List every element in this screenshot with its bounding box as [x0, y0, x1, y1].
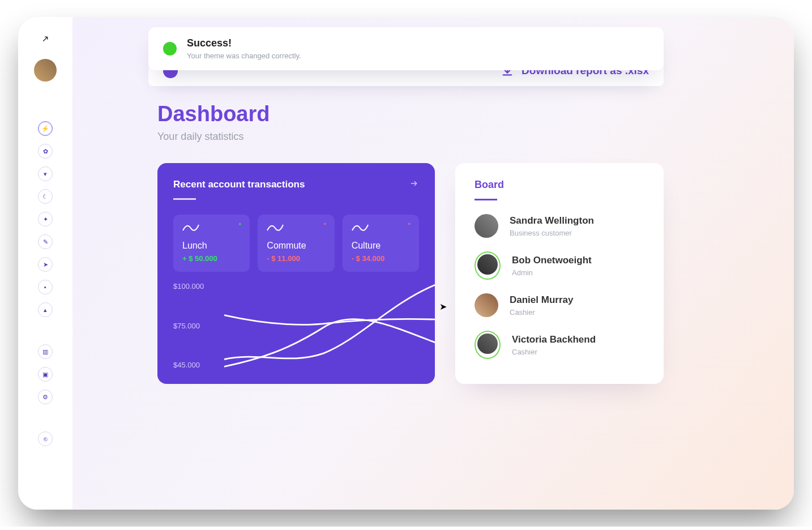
sidebar-item-send[interactable]: ➤	[38, 257, 53, 272]
main-content: Dashboard Your daily statistics Recent a…	[157, 102, 664, 384]
divider	[475, 199, 497, 200]
online-ring-icon	[475, 251, 501, 280]
person-role: Admin	[512, 268, 592, 277]
person-name: Victoria Backhend	[512, 334, 596, 345]
pulse-icon	[352, 223, 369, 233]
sidebar-item-bolt[interactable]: ⚡	[38, 121, 53, 136]
trend-down-icon: ˅	[323, 223, 327, 230]
mini-card-commute[interactable]: ˅ Commute - $ 11.000	[258, 215, 334, 272]
pulse-icon	[267, 223, 284, 233]
sidebar-item-star[interactable]: ✦	[38, 212, 53, 226]
sidebar-item-moon[interactable]: ☾	[38, 189, 53, 204]
board-people-list: Sandra Wellington Business customer Bob …	[475, 214, 644, 359]
person-role: Business customer	[510, 229, 594, 237]
divider	[173, 198, 196, 200]
page-subtitle: Your daily statistics	[157, 131, 664, 143]
person-name: Daniel Murray	[510, 294, 573, 306]
sidebar-item-drop[interactable]: ▾	[38, 166, 53, 181]
mini-label: Lunch	[182, 241, 241, 251]
person-row[interactable]: Bob Onetwoeight Admin	[475, 251, 644, 280]
transactions-mini-row: ˄ Lunch + $ 50.000 ˅ Commute - $ 11.000 …	[173, 215, 419, 272]
person-name: Sandra Wellington	[510, 215, 594, 226]
page-title: Dashboard	[157, 102, 664, 126]
sidebar-item-pen[interactable]: ✎	[38, 234, 53, 249]
sidebar-item-tag[interactable]: ▪	[38, 280, 53, 294]
app-frame: ⚡ ✿ ▾ ☾ ✦ ✎ ➤ ▪ ▴ ▥ ▣ ⚙ ⎋ Download repor…	[18, 17, 794, 510]
avatar	[477, 334, 498, 354]
board-card: Board Sandra Wellington Business custome…	[455, 163, 664, 384]
y-tick: $45.000	[173, 361, 204, 369]
sidebar-nav: ⚡ ✿ ▾ ☾ ✦ ✎ ➤ ▪ ▴ ▥ ▣ ⚙ ⎋	[38, 121, 53, 446]
toast-success: Success! Your theme was changed correctl…	[148, 27, 664, 70]
sidebar-item-leaf[interactable]: ✿	[38, 144, 53, 159]
board-title: Board	[475, 179, 644, 191]
mini-value: - $ 11.000	[267, 254, 325, 263]
avatar	[475, 293, 498, 317]
online-ring-icon	[475, 331, 501, 359]
cursor-icon: ➤	[439, 301, 447, 312]
transactions-chart: $100.000 $75.000 $45.000	[173, 282, 435, 373]
toast-title: Success!	[187, 37, 301, 49]
trend-down-icon: ˅	[408, 223, 411, 230]
chart-lines	[224, 282, 435, 373]
sidebar-item-cloud[interactable]: ▴	[38, 302, 53, 317]
transactions-arrow-icon[interactable]	[409, 179, 419, 190]
mini-card-lunch[interactable]: ˄ Lunch + $ 50.000	[173, 215, 250, 272]
chart-y-axis: $100.000 $75.000 $45.000	[173, 282, 204, 373]
mini-card-culture[interactable]: ˅ Culture - $ 34.000	[343, 215, 419, 272]
transactions-title: Recent account transactions	[173, 179, 305, 190]
y-tick: $100.000	[173, 282, 204, 290]
person-role: Cashier	[510, 308, 573, 317]
transactions-card: Recent account transactions ˄ Lunch + $ …	[157, 163, 435, 384]
sidebar-item-chart[interactable]: ▥	[38, 344, 53, 359]
person-role: Cashier	[512, 348, 596, 356]
mini-value: + $ 50.000	[182, 254, 241, 263]
mini-label: Commute	[267, 241, 325, 251]
sidebar: ⚡ ✿ ▾ ☾ ✦ ✎ ➤ ▪ ▴ ▥ ▣ ⚙ ⎋	[18, 17, 72, 510]
sidebar-item-layout[interactable]: ▣	[38, 367, 53, 382]
mini-value: - $ 34.000	[352, 254, 410, 263]
trend-up-icon: ˄	[238, 223, 242, 230]
avatar	[477, 254, 498, 275]
person-row[interactable]: Daniel Murray Cashier	[475, 293, 644, 317]
pulse-icon	[182, 223, 199, 233]
person-row[interactable]: Sandra Wellington Business customer	[475, 214, 644, 238]
sidebar-item-logout[interactable]: ⎋	[38, 431, 53, 446]
avatar	[475, 214, 498, 238]
sidebar-item-gear[interactable]: ⚙	[38, 390, 53, 404]
user-avatar[interactable]	[34, 59, 57, 82]
person-row[interactable]: Victoria Backhend Cashier	[475, 331, 644, 359]
toast-subtitle: Your theme was changed correctly.	[187, 52, 301, 60]
success-indicator-icon	[163, 42, 177, 55]
person-name: Bob Onetwoeight	[512, 255, 592, 266]
y-tick: $75.000	[173, 322, 204, 330]
expand-icon[interactable]	[39, 33, 52, 45]
mini-label: Culture	[352, 241, 410, 251]
